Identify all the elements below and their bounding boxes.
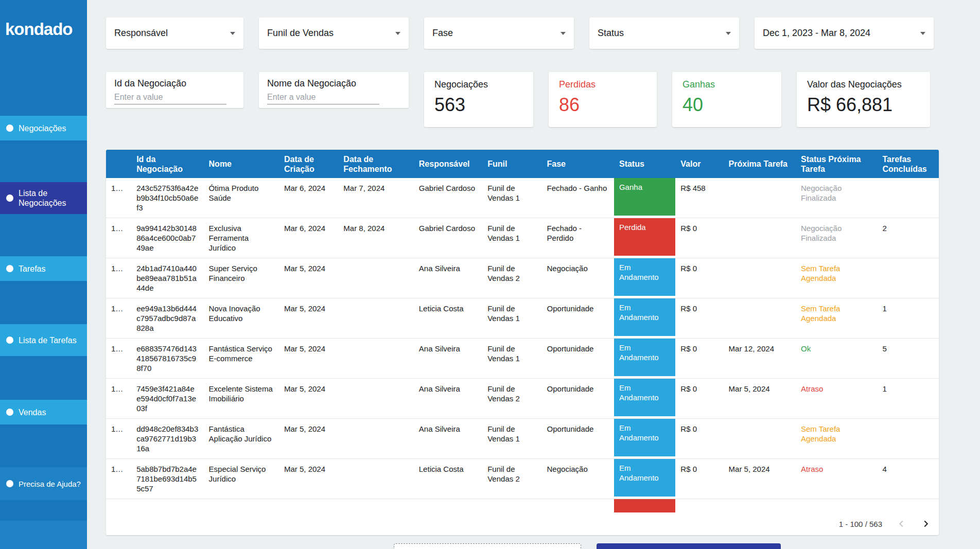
col-header-valor[interactable]: Valor xyxy=(675,150,723,178)
col-header-data-fechamento[interactable]: Data de Fechamento xyxy=(338,150,413,178)
date-range-filter[interactable]: Dec 1, 2023 - Mar 8, 2024 xyxy=(755,17,934,49)
created-date-cell: Mar 5, 2024 xyxy=(279,258,338,298)
created-date-cell: Mar 5, 2024 xyxy=(279,459,338,499)
close-date-cell xyxy=(338,339,413,379)
kpi-row: Id da Negociação Nome da Negociação Nego… xyxy=(106,72,980,127)
owner-cell: Ana Silveira xyxy=(414,258,482,298)
filter-status[interactable]: Status xyxy=(589,17,739,49)
table-row: 1…7459e3f421a84ee594d0cf0f7a13e03fExcele… xyxy=(106,379,939,419)
free-trial-button[interactable]: Teste a Kondado Gratuitamente xyxy=(597,543,781,549)
col-header-data-criacao[interactable]: Data de Criação xyxy=(279,150,338,178)
tasks-done-cell: 1 xyxy=(878,379,939,419)
next-task-date-cell xyxy=(724,419,796,459)
bullet-icon xyxy=(6,265,13,272)
sidebar-item-precisa-de-ajuda[interactable]: Precisa de Ajuda? xyxy=(0,467,87,500)
created-date-cell: Mar 5, 2024 xyxy=(279,339,338,379)
created-date-cell: Mar 5, 2024 xyxy=(279,379,338,419)
tasks-done-cell: 5 xyxy=(878,339,939,379)
table-cell xyxy=(675,499,723,513)
created-date-cell: Mar 5, 2024 xyxy=(279,298,338,339)
row-index-cell: 1… xyxy=(106,459,131,499)
bullet-icon xyxy=(6,337,13,344)
col-header-id[interactable]: Id da Negociação xyxy=(131,150,203,178)
deal-name-cell: Nova Inovação Educativo xyxy=(204,298,279,339)
status-badge: Em Andamento xyxy=(614,339,675,376)
kondado-logo: kondado xyxy=(5,20,73,39)
bullet-icon xyxy=(6,409,13,416)
col-header-blank xyxy=(106,150,131,178)
next-task-status-text: Ok xyxy=(801,344,811,353)
deals-table-card: Id da Negociação Nome Data de Criação Da… xyxy=(106,150,939,535)
value-cell: R$ 0 xyxy=(675,218,723,258)
owner-cell: Ana Silveira xyxy=(414,339,482,379)
status-badge xyxy=(614,499,675,512)
next-task-status-text: Sem Tarefa Agendada xyxy=(801,264,840,282)
next-task-status-cell: Ok xyxy=(796,339,877,379)
row-index-cell: 1… xyxy=(106,218,131,258)
value-cell: R$ 458 xyxy=(675,178,723,218)
funnel-cell: Funil de Vendas 1 xyxy=(482,298,541,339)
scorecard-value: R$ 66,881 xyxy=(807,94,920,116)
close-date-cell: Mar 8, 2024 xyxy=(338,218,413,258)
status-cell xyxy=(614,499,675,513)
deal-id-cell: 243c52753f6a42eb9b34f10cb50a6ef3 xyxy=(131,178,203,218)
phase-cell: Negociação xyxy=(542,459,614,499)
next-task-date-cell xyxy=(724,218,796,258)
status-cell: Em Andamento xyxy=(614,459,675,499)
tasks-done-cell: 2 xyxy=(878,218,939,258)
funnel-cell: Funil de Vendas 2 xyxy=(482,459,541,499)
scorecard-label: Perdidas xyxy=(559,79,646,90)
deal-id-cell: ee949a13b6d444c7957adbc9d87a828a xyxy=(131,298,203,339)
funnel-cell: Funil de Vendas 2 xyxy=(482,379,541,419)
col-header-fase[interactable]: Fase xyxy=(542,150,614,178)
use-own-data-button[interactable]: Use seus próprios dados xyxy=(394,543,581,549)
status-badge: Em Andamento xyxy=(614,298,675,336)
chevron-left-icon[interactable] xyxy=(896,518,907,529)
next-task-date-cell: Mar 12, 2024 xyxy=(724,339,796,379)
next-task-status-cell: Negociação Finalizada xyxy=(796,218,877,258)
table-row: 1…243c52753f6a42eb9b34f10cb50a6ef3Ótima … xyxy=(106,178,939,218)
status-cell: Em Andamento xyxy=(614,419,675,459)
col-header-responsavel[interactable]: Responsável xyxy=(414,150,482,178)
filter-fase[interactable]: Fase xyxy=(424,17,574,49)
status-badge: Em Andamento xyxy=(614,459,675,497)
chevron-right-icon[interactable] xyxy=(920,518,932,529)
col-header-proxima-tarefa[interactable]: Próxima Tarefa xyxy=(724,150,796,178)
row-index-cell: 1… xyxy=(106,258,131,298)
filter-funil-de-vendas[interactable]: Funil de Vendas xyxy=(259,17,409,49)
col-header-tarefas-concluidas[interactable]: Tarefas Concluídas xyxy=(878,150,939,178)
deal-id-cell: dd948c20ef834b3ca9762771d19b316a xyxy=(131,419,203,459)
status-badge: Em Andamento xyxy=(614,258,675,296)
sidebar-item-negociacoes[interactable]: Negociações xyxy=(0,116,87,140)
sidebar-item-tarefas[interactable]: Tarefas xyxy=(0,256,87,281)
table-body: 1…243c52753f6a42eb9b34f10cb50a6ef3Ótima … xyxy=(106,178,939,512)
close-date-cell xyxy=(338,379,413,419)
sidebar: kondado Negociações Lista de Negociações… xyxy=(0,0,87,549)
next-task-date-cell: Mar 5, 2024 xyxy=(724,379,796,419)
next-task-status-text: Atraso xyxy=(801,384,823,393)
sidebar-item-vendas[interactable]: Vendas xyxy=(0,400,87,424)
table-row: 1…9a994142b3014886a4ce600c0ab749aeExclus… xyxy=(106,218,939,258)
deal-id-cell: 5ab8b7bd7b2a4e7181be693d14b55c57 xyxy=(131,459,203,499)
scorecard-ganhas: Ganhas 40 xyxy=(672,72,781,127)
col-header-funil[interactable]: Funil xyxy=(482,150,541,178)
deal-name-input[interactable] xyxy=(267,92,379,104)
close-date-cell: Mar 7, 2024 xyxy=(338,178,413,218)
col-header-status[interactable]: Status xyxy=(614,150,675,178)
sidebar-item-lista-de-negociacoes[interactable]: Lista de Negociações xyxy=(0,182,87,214)
col-header-status-proxima-tarefa[interactable]: Status Próxima Tarefa xyxy=(796,150,877,178)
col-header-nome[interactable]: Nome xyxy=(204,150,279,178)
deal-id-input[interactable] xyxy=(114,92,226,104)
footer: Use seus próprios dados Teste a Kondado … xyxy=(106,543,939,549)
close-date-cell xyxy=(338,419,413,459)
deal-name-cell: Fantástica Serviço E-commerce xyxy=(204,339,279,379)
created-date-cell: Mar 5, 2024 xyxy=(279,419,338,459)
filter-responsavel[interactable]: Responsável xyxy=(106,17,243,49)
scorecard-value: 563 xyxy=(434,94,523,116)
sidebar-item-label: Vendas xyxy=(19,408,46,417)
deal-id-cell: 9a994142b3014886a4ce600c0ab749ae xyxy=(131,218,203,258)
deal-name-filter-card: Nome da Negociação xyxy=(259,72,409,108)
sidebar-item-lista-de-tarefas[interactable]: Lista de Tarefas xyxy=(0,324,87,356)
tasks-done-cell: 1 xyxy=(878,298,939,339)
next-task-status-cell: Sem Tarefa Agendada xyxy=(796,298,877,339)
